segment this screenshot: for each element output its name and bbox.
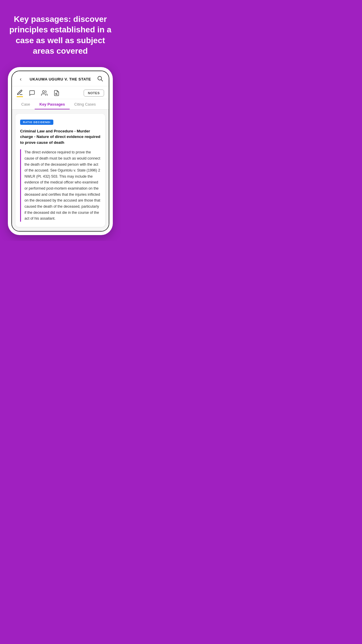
search-icon[interactable] bbox=[96, 75, 104, 83]
content-area: RATIO DECIDENDI Criminal Law and Procedu… bbox=[12, 110, 109, 231]
screen-header: ‹ UKAUWA UGURU V. THE STATE bbox=[12, 71, 109, 86]
notes-button[interactable]: NOTES bbox=[84, 90, 104, 97]
card-quote-block: The direct evidence required to prove th… bbox=[20, 149, 101, 222]
phone-mockup: ‹ UKAUWA UGURU V. THE STATE bbox=[8, 67, 113, 235]
tab-key-passages[interactable]: Key Passages bbox=[35, 99, 69, 109]
tab-case[interactable]: Case bbox=[17, 99, 35, 109]
key-passage-card: RATIO DECIDENDI Criminal Law and Procedu… bbox=[15, 114, 105, 227]
svg-line-1 bbox=[101, 80, 103, 81]
hero-heading: Key passages: discover principles establ… bbox=[0, 0, 121, 67]
case-title: UKAUWA UGURU V. THE STATE bbox=[25, 77, 96, 81]
tab-citing-cases[interactable]: Citing Cases bbox=[70, 99, 101, 109]
pencil-tool-button[interactable] bbox=[17, 89, 23, 97]
ratio-decidendi-badge: RATIO DECIDENDI bbox=[20, 120, 53, 125]
tab-bar: Case Key Passages Citing Cases bbox=[12, 99, 109, 110]
phone-screen: ‹ UKAUWA UGURU V. THE STATE bbox=[11, 71, 109, 232]
active-indicator bbox=[17, 96, 23, 97]
comment-tool-button[interactable] bbox=[29, 90, 35, 96]
svg-point-2 bbox=[43, 91, 45, 93]
card-quote-text: The direct evidence required to prove th… bbox=[24, 149, 101, 222]
toolbar: NOTES bbox=[12, 86, 109, 99]
users-tool-button[interactable] bbox=[41, 90, 48, 96]
card-title: Criminal Law and Procedure - Murder char… bbox=[20, 128, 101, 146]
back-button[interactable]: ‹ bbox=[17, 76, 25, 82]
document-search-tool-button[interactable] bbox=[53, 90, 60, 96]
